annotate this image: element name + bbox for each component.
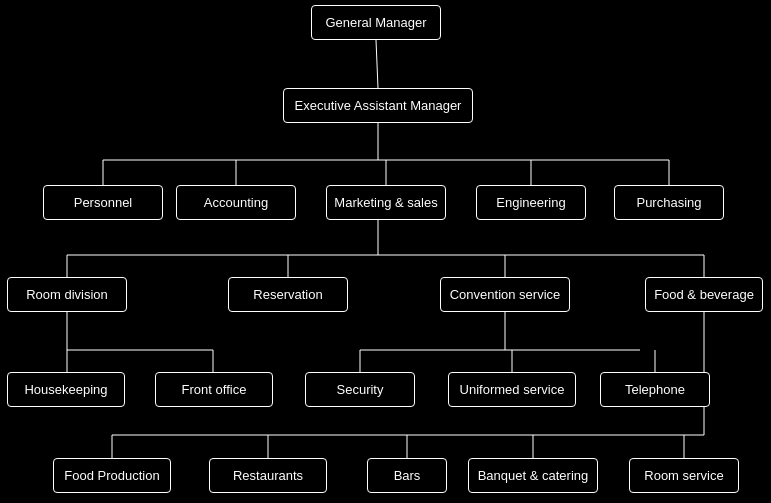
node-room-service: Room service — [629, 458, 739, 493]
node-engineering: Engineering — [476, 185, 586, 220]
node-personnel: Personnel — [43, 185, 163, 220]
node-banquet-catering: Banquet & catering — [468, 458, 598, 493]
node-exec-asst-manager: Executive Assistant Manager — [283, 88, 473, 123]
node-housekeeping: Housekeeping — [7, 372, 125, 407]
node-food-production: Food Production — [53, 458, 171, 493]
node-restaurants: Restaurants — [209, 458, 327, 493]
node-general-manager: General Manager — [311, 5, 441, 40]
node-uniformed-service: Uniformed service — [448, 372, 576, 407]
node-security: Security — [305, 372, 415, 407]
node-front-office: Front office — [155, 372, 273, 407]
node-food-beverage: Food & beverage — [645, 277, 763, 312]
svg-line-0 — [376, 40, 378, 88]
node-bars: Bars — [367, 458, 447, 493]
node-marketing-sales: Marketing & sales — [326, 185, 446, 220]
node-purchasing: Purchasing — [614, 185, 724, 220]
connector-lines — [0, 0, 771, 503]
node-convention-service: Convention service — [440, 277, 570, 312]
org-chart: General Manager Executive Assistant Mana… — [0, 0, 771, 503]
node-telephone: Telephone — [600, 372, 710, 407]
node-room-division: Room division — [7, 277, 127, 312]
node-accounting: Accounting — [176, 185, 296, 220]
node-reservation: Reservation — [228, 277, 348, 312]
